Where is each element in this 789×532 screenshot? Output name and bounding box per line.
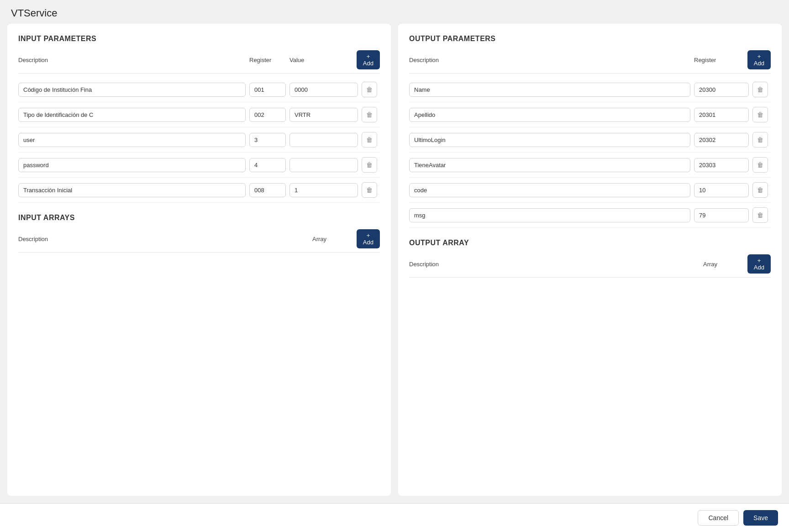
output-params-section: OUTPUT PARAMETERS Description Register +…	[409, 35, 771, 228]
out-delete-2[interactable]: 🗑	[752, 107, 768, 122]
input-description-2[interactable]	[18, 108, 246, 122]
delete-row-1[interactable]: 🗑	[362, 82, 377, 97]
out-delete-4[interactable]: 🗑	[752, 157, 768, 173]
left-panel: INPUT PARAMETERS Description Register Va…	[7, 24, 391, 496]
output-array-section: OUTPUT ARRAY Description Array + Add	[409, 239, 771, 278]
out-delete-1[interactable]: 🗑	[752, 82, 768, 97]
save-button[interactable]: Save	[743, 510, 778, 526]
out-description-6[interactable]	[409, 208, 690, 222]
header-register: Register	[249, 57, 286, 63]
out-array-header-array: Array	[703, 261, 749, 268]
out-register-4[interactable]	[694, 158, 749, 172]
input-value-5[interactable]	[289, 183, 358, 197]
out-register-6[interactable]	[694, 208, 749, 222]
out-description-4[interactable]	[409, 158, 690, 172]
table-row: 🗑	[18, 178, 380, 203]
input-register-2[interactable]	[249, 108, 286, 122]
out-header-register: Register	[694, 57, 749, 63]
delete-row-2[interactable]: 🗑	[362, 107, 377, 122]
out-description-2[interactable]	[409, 108, 690, 122]
table-row: 🗑	[409, 203, 771, 228]
input-arrays-header: Description Array + Add	[18, 229, 380, 253]
cancel-button[interactable]: Cancel	[698, 510, 739, 526]
out-register-5[interactable]	[694, 183, 749, 197]
table-row: 🗑	[18, 102, 380, 127]
out-description-1[interactable]	[409, 83, 690, 97]
input-value-2[interactable]	[289, 108, 358, 122]
out-delete-5[interactable]: 🗑	[752, 182, 768, 198]
out-description-5[interactable]	[409, 183, 690, 197]
input-value-1[interactable]	[289, 83, 358, 97]
delete-row-5[interactable]: 🗑	[362, 182, 377, 198]
input-params-title: INPUT PARAMETERS	[18, 35, 380, 43]
out-array-header-description: Description	[409, 261, 700, 268]
header-description: Description	[18, 57, 246, 63]
input-description-1[interactable]	[18, 83, 246, 97]
input-params-add-button[interactable]: + Add	[357, 50, 380, 69]
out-register-2[interactable]	[694, 108, 749, 122]
arrays-header-description: Description	[18, 236, 309, 242]
arrays-header-array: Array	[312, 236, 358, 242]
input-arrays-add-button[interactable]: + Add	[357, 229, 380, 248]
out-description-3[interactable]	[409, 133, 690, 147]
input-register-3[interactable]	[249, 133, 286, 147]
out-delete-6[interactable]: 🗑	[752, 207, 768, 223]
table-row: 🗑	[18, 153, 380, 178]
header-value: Value	[289, 57, 358, 63]
out-register-1[interactable]	[694, 83, 749, 97]
input-arrays-section: INPUT ARRAYS Description Array + Add	[18, 214, 380, 253]
output-params-title: OUTPUT PARAMETERS	[409, 35, 771, 43]
input-register-4[interactable]	[249, 158, 286, 172]
table-row: 🗑	[409, 77, 771, 102]
input-arrays-title: INPUT ARRAYS	[18, 214, 380, 222]
input-description-5[interactable]	[18, 183, 246, 197]
input-params-section: INPUT PARAMETERS Description Register Va…	[18, 35, 380, 203]
footer-bar: Cancel Save	[0, 503, 789, 532]
input-register-1[interactable]	[249, 83, 286, 97]
out-header-description: Description	[409, 57, 690, 63]
table-row: 🗑	[409, 178, 771, 203]
output-array-header: Description Array + Add	[409, 254, 771, 278]
out-register-3[interactable]	[694, 133, 749, 147]
table-row: 🗑	[409, 127, 771, 153]
output-array-title: OUTPUT ARRAY	[409, 239, 771, 247]
output-array-add-button[interactable]: + Add	[747, 254, 771, 274]
table-row: 🗑	[409, 153, 771, 178]
right-panel: OUTPUT PARAMETERS Description Register +…	[398, 24, 782, 496]
out-delete-3[interactable]: 🗑	[752, 132, 768, 147]
page-title: VTService	[0, 0, 789, 24]
input-value-3[interactable]	[289, 133, 358, 147]
input-register-5[interactable]	[249, 183, 286, 197]
input-description-4[interactable]	[18, 158, 246, 172]
table-row: 🗑	[409, 102, 771, 127]
input-value-4[interactable]	[289, 158, 358, 172]
table-row: 🗑	[18, 77, 380, 102]
output-params-add-button[interactable]: + Add	[747, 50, 771, 69]
output-params-header: Description Register + Add	[409, 50, 771, 74]
table-row: 🗑	[18, 127, 380, 153]
input-params-header: Description Register Value + Add	[18, 50, 380, 74]
input-description-3[interactable]	[18, 133, 246, 147]
delete-row-4[interactable]: 🗑	[362, 157, 377, 173]
delete-row-3[interactable]: 🗑	[362, 132, 377, 147]
